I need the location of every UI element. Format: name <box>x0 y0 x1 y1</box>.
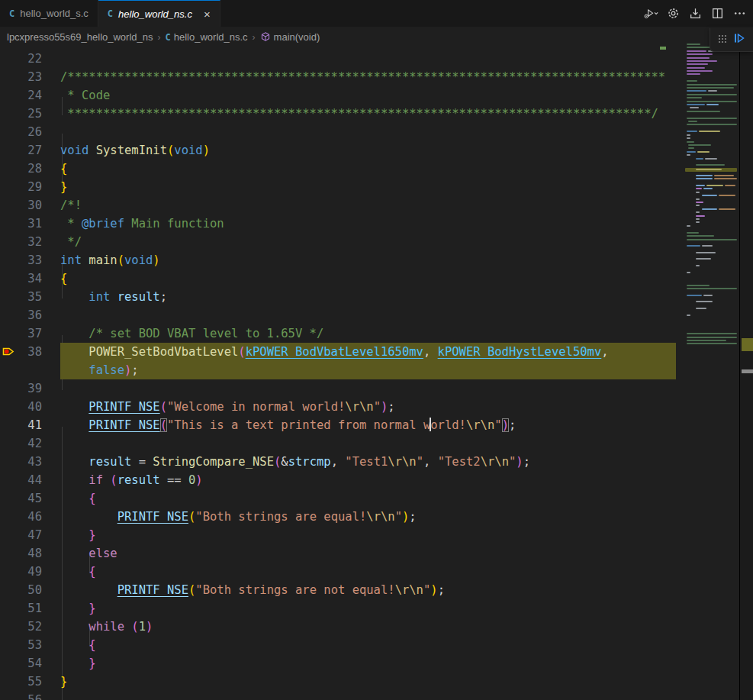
code-line[interactable]: PRINTF_NSE("Welcome in normal world!\r\n… <box>60 398 676 416</box>
minimap-line <box>703 295 713 296</box>
code-token: } <box>60 675 67 689</box>
close-tab-icon[interactable]: × <box>204 8 211 20</box>
tab-label: hello_world_ns.c <box>118 8 192 20</box>
gripper-dots-icon[interactable] <box>718 33 727 47</box>
breadcrumb-symbol[interactable]: main(void) <box>260 31 320 43</box>
code-token: ****************************************… <box>60 107 658 121</box>
code-token <box>60 602 88 615</box>
minimap-line <box>706 104 719 105</box>
code-line[interactable]: PRINTF_NSE("Both strings are equal!\r\n"… <box>60 508 676 526</box>
editor-toolbar <box>643 0 747 27</box>
code-token: 1 <box>139 620 146 634</box>
minimap-line <box>687 232 699 234</box>
ruler-marker <box>742 338 753 351</box>
code-line[interactable] <box>60 691 676 700</box>
code-token: } <box>88 656 95 670</box>
code-token: "Test2 <box>438 455 481 469</box>
code-line[interactable]: PRINTF_NSE("This is a text printed from … <box>60 416 676 434</box>
install-icon[interactable] <box>687 5 703 22</box>
symbol-method-icon <box>260 31 271 43</box>
minimap-line <box>696 192 700 193</box>
code-line[interactable]: */ <box>60 233 676 251</box>
code-line[interactable]: { <box>60 489 676 508</box>
minimap-line <box>687 333 737 334</box>
minimap-line <box>687 111 720 112</box>
code-line[interactable]: else <box>60 544 676 563</box>
code-token: ) <box>430 583 437 597</box>
breakpoint-current-line-icon[interactable] <box>2 345 14 363</box>
breadcrumb-file[interactable]: C hello_world_ns.c <box>166 31 248 43</box>
code-line[interactable] <box>60 306 676 324</box>
code-line[interactable]: { <box>60 563 676 581</box>
code-token: result <box>117 290 160 304</box>
code-line[interactable]: while (1) <box>60 618 676 636</box>
code-line[interactable] <box>60 434 676 453</box>
more-actions-icon[interactable] <box>732 5 747 22</box>
code-line[interactable]: PRINTF_NSE("Both strings are not equal!\… <box>60 581 676 599</box>
code-line[interactable] <box>60 50 676 68</box>
split-editor-icon[interactable] <box>710 5 725 22</box>
code-token: POWER_SetBodVbatLevel <box>88 345 238 359</box>
code-token: , <box>601 345 608 359</box>
code-line[interactable]: * @brief Main function <box>60 215 676 233</box>
code-line[interactable]: } <box>60 178 676 196</box>
ruler-marker <box>742 369 753 373</box>
minimap-line <box>696 215 705 217</box>
code-token: 0 <box>188 473 195 487</box>
code-token: ; <box>438 583 445 597</box>
code-token: } <box>88 602 95 615</box>
code-token: PRINTF_NSE <box>88 418 159 432</box>
code-token: & <box>281 455 288 469</box>
code-line[interactable]: int result; <box>60 288 676 306</box>
code-line[interactable]: } <box>60 673 676 691</box>
code-line[interactable] <box>60 123 676 141</box>
minimap-line <box>708 90 717 92</box>
tab-hello-world-s[interactable]: C hello_world_s.c <box>0 0 98 27</box>
code-token <box>60 400 88 414</box>
code-line[interactable]: /***************************************… <box>60 68 676 86</box>
code-token: \r\n <box>466 418 494 432</box>
code-line[interactable] <box>60 379 676 398</box>
code-line[interactable]: /*! <box>60 196 676 215</box>
code-line[interactable]: void SystemInit(void) <box>60 141 676 160</box>
code-token <box>60 473 88 487</box>
debug-run-icon[interactable] <box>643 5 658 22</box>
minimap-line <box>687 53 713 55</box>
code-token: ( <box>160 418 167 432</box>
code-token: ; <box>388 400 394 414</box>
minimap-line <box>687 97 702 98</box>
minimap-line <box>687 131 697 132</box>
minimap[interactable] <box>685 42 739 363</box>
code-token <box>60 345 88 359</box>
code-line[interactable]: if (result == 0) <box>60 471 676 489</box>
code-line[interactable]: false); <box>60 361 676 379</box>
code-token: SystemInit <box>96 144 167 157</box>
code-line[interactable]: ****************************************… <box>60 105 676 123</box>
code-line[interactable]: { <box>60 160 676 178</box>
code-line[interactable]: } <box>60 526 676 544</box>
code-token <box>124 620 131 634</box>
code-line[interactable]: POWER_SetBodVbatLevel(kPOWER_BodVbatLeve… <box>60 343 676 361</box>
minimap-line <box>696 218 700 220</box>
code-token: ) <box>153 253 159 267</box>
minimap-line <box>687 80 697 82</box>
code-token: " <box>395 510 402 524</box>
code-token: kPOWER_BodHystLevel50mv <box>438 345 602 359</box>
code-line[interactable]: { <box>60 636 676 654</box>
code-area[interactable]: /***************************************… <box>0 47 685 700</box>
code-line[interactable]: /* set BOD VBAT level to 1.65V */ <box>60 324 676 343</box>
code-token: "Both strings are equal! <box>195 510 366 524</box>
editor[interactable]: 2223242526272829303132333435363738394041… <box>0 47 685 700</box>
code-line[interactable]: * Code <box>60 86 676 105</box>
tab-hello-world-ns[interactable]: C hello_world_ns.c × <box>98 0 220 27</box>
code-token <box>60 290 88 304</box>
settings-gear-icon[interactable] <box>665 5 681 22</box>
code-line[interactable]: { <box>60 269 676 288</box>
code-token: ( <box>188 583 195 597</box>
code-line[interactable]: } <box>60 654 676 673</box>
code-line[interactable]: result = StringCompare_NSE(&strcmp, "Tes… <box>60 453 676 471</box>
code-line[interactable]: int main(void) <box>60 251 676 269</box>
run-to-line-icon[interactable] <box>733 32 745 47</box>
code-line[interactable]: } <box>60 599 676 618</box>
breadcrumb-folder[interactable]: lpcxpresso55s69_hello_world_ns <box>7 31 153 43</box>
